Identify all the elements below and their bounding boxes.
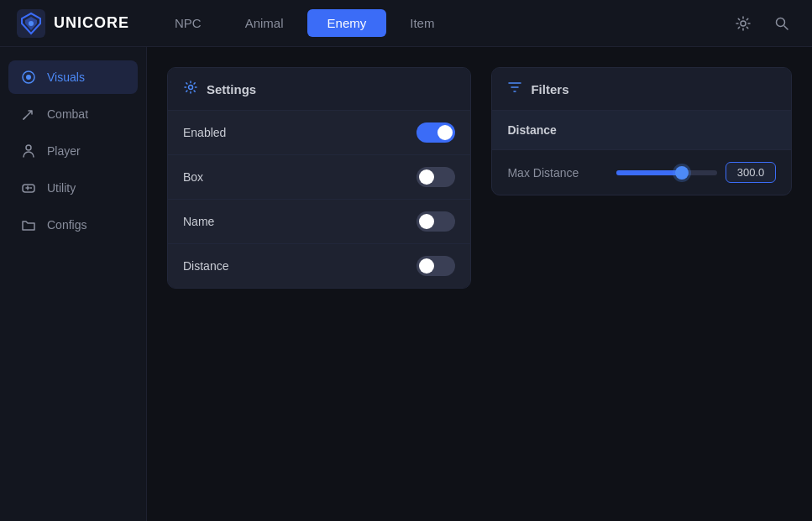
toggle-box[interactable]: [416, 167, 455, 187]
toggle-knob-name: [419, 214, 434, 229]
slider-thumb[interactable]: [675, 166, 689, 180]
sidebar-item-configs[interactable]: Configs: [8, 208, 138, 242]
toggle-row-distance: Distance: [168, 244, 470, 288]
topnav: UNICORE NPC Animal Enemy Item: [0, 0, 812, 47]
search-icon: [773, 15, 790, 32]
filters-header-icon: [507, 80, 522, 98]
slider-container: 300.0: [616, 162, 776, 183]
toggle-label-box: Box: [183, 170, 203, 184]
filters-section-distance: Distance: [492, 111, 791, 150]
toggle-name[interactable]: [416, 211, 455, 232]
sidebar-item-player[interactable]: Player: [8, 134, 138, 168]
filters-section-distance-title: Distance: [507, 123, 556, 137]
toggle-knob-enabled: [437, 125, 453, 140]
settings-header-icon: [183, 80, 198, 98]
filters-panel-title: Filters: [531, 82, 568, 96]
sidebar-item-utility[interactable]: Utility: [8, 171, 138, 205]
sidebar-item-visuals[interactable]: Visuals: [8, 60, 138, 94]
settings-panel: Settings Enabled Box Name: [167, 67, 471, 289]
svg-point-5: [26, 75, 31, 80]
sidebar-item-label-visuals: Visuals: [47, 70, 85, 84]
svg-point-9: [189, 86, 193, 90]
svg-point-3: [777, 18, 785, 26]
eye-icon: [20, 69, 37, 86]
nav-tab-animal[interactable]: Animal: [225, 9, 304, 37]
sword-icon: [20, 106, 37, 122]
nav-tab-item[interactable]: Item: [390, 9, 454, 37]
toggle-label-enabled: Enabled: [183, 126, 226, 139]
sidebar-item-label-combat: Combat: [47, 107, 88, 121]
settings-panel-title: Settings: [207, 82, 256, 96]
nav-tabs: NPC Animal Enemy Item: [155, 9, 730, 37]
svg-point-2: [741, 21, 746, 26]
toggle-enabled[interactable]: [416, 122, 455, 143]
sidebar-item-label-configs: Configs: [47, 218, 86, 232]
search-icon-button[interactable]: [768, 10, 795, 37]
gear-icon: [735, 15, 752, 32]
toggle-label-name: Name: [183, 215, 214, 228]
unicore-logo-icon: [17, 9, 45, 38]
sidebar-item-label-player: Player: [47, 144, 81, 158]
svg-point-6: [26, 145, 31, 150]
sidebar-item-label-utility: Utility: [47, 181, 76, 195]
distance-slider-track[interactable]: [616, 170, 717, 175]
person-icon: [20, 143, 37, 159]
app-logo-text: UNICORE: [54, 14, 129, 32]
toggle-distance[interactable]: [416, 256, 455, 276]
nav-tab-npc[interactable]: NPC: [155, 9, 222, 37]
svg-point-1: [29, 21, 34, 26]
toggle-row-name: Name: [168, 200, 470, 244]
filters-panel-header: Filters: [492, 68, 791, 111]
nav-actions: [730, 10, 795, 37]
toggle-row-enabled: Enabled: [168, 111, 470, 155]
logo-area: UNICORE: [17, 9, 129, 38]
folder-icon: [20, 216, 37, 233]
filter-row-max-distance: Max Distance 300.0: [492, 150, 791, 195]
sidebar-item-combat[interactable]: Combat: [8, 97, 138, 131]
settings-icon-button[interactable]: [730, 10, 757, 37]
svg-point-8: [30, 187, 32, 189]
toggle-knob-distance: [419, 258, 434, 274]
nav-tab-enemy[interactable]: Enemy: [307, 9, 387, 37]
toggle-row-box: Box: [168, 155, 470, 200]
content-area: Settings Enabled Box Name: [147, 47, 812, 521]
max-distance-label: Max Distance: [507, 166, 606, 180]
slider-value-display: 300.0: [726, 162, 776, 183]
sidebar: Visuals Combat Player: [0, 47, 147, 521]
toggle-label-distance: Distance: [183, 259, 228, 273]
settings-panel-header: Settings: [168, 68, 470, 111]
toggle-knob-box: [419, 169, 434, 185]
gamepad-icon: [20, 180, 37, 196]
main-area: Visuals Combat Player: [0, 47, 812, 521]
filters-panel: Filters Distance Max Distance 300.0: [491, 67, 792, 195]
slider-fill: [616, 170, 682, 175]
